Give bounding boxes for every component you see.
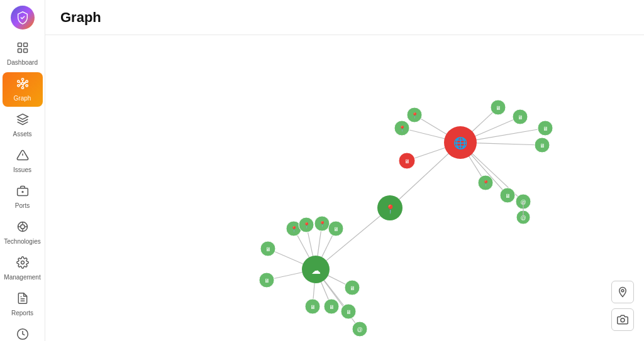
graph-svg: 🌐 📍 ☁ 📍 📍 🖥 🖥 🖥 🖥 🖥: [45, 35, 644, 341]
svg-line-54: [316, 208, 390, 269]
issues-icon: [16, 149, 29, 165]
svg-rect-0: [18, 43, 21, 47]
svg-text:🖥: 🖥: [310, 304, 316, 310]
svg-text:📍: 📍: [411, 112, 419, 119]
page-header: Graph: [45, 0, 644, 35]
svg-point-22: [20, 225, 25, 229]
ports-icon: [16, 185, 29, 200]
svg-point-6: [26, 80, 28, 82]
svg-text:🖥: 🖥: [329, 304, 335, 310]
camera-button[interactable]: [611, 308, 634, 331]
logo-icon: [11, 6, 35, 30]
sidebar-item-label-management: Management: [4, 274, 40, 281]
svg-point-10: [17, 85, 19, 87]
svg-text:🖥: 🖥: [543, 126, 548, 132]
svg-text:📍: 📍: [482, 180, 490, 187]
svg-text:☁: ☁: [311, 265, 321, 276]
sidebar-item-technologies[interactable]: Technologies: [0, 215, 45, 250]
sidebar-item-label-assets: Assets: [13, 131, 31, 138]
assets-icon: [16, 113, 29, 129]
svg-point-9: [17, 80, 19, 82]
app-logo: [0, 0, 45, 35]
sidebar-item-ports[interactable]: Ports: [0, 180, 45, 214]
sidebar-item-dashboard[interactable]: Dashboard: [0, 36, 45, 71]
svg-point-107: [621, 318, 625, 322]
sidebar: DashboardGraphAssetsIssuesPortsTechnolog…: [0, 0, 45, 341]
svg-text:🖥: 🖥: [346, 309, 352, 315]
svg-line-15: [19, 84, 21, 85]
sidebar-item-events[interactable]: Events: [0, 323, 45, 341]
svg-point-7: [26, 85, 28, 87]
page-title: Graph: [60, 9, 101, 26]
sidebar-item-label-technologies: Technologies: [4, 238, 40, 245]
graph-icon: [16, 77, 29, 93]
svg-text:🌐: 🌐: [453, 136, 468, 150]
svg-text:🖥: 🖥: [496, 105, 501, 111]
svg-text:🖥: 🖥: [350, 285, 355, 291]
svg-text:🖥: 🖥: [505, 193, 511, 199]
sidebar-item-label-ports: Ports: [15, 202, 30, 209]
sidebar-item-issues[interactable]: Issues: [0, 144, 45, 178]
sidebar-item-label-issues: Issues: [13, 166, 31, 173]
technologies-icon: [16, 220, 29, 236]
sidebar-item-reports[interactable]: Reports: [0, 287, 45, 322]
sidebar-item-graph[interactable]: Graph: [3, 72, 43, 107]
sidebar-item-label-graph: Graph: [14, 95, 31, 102]
svg-text:📍: 📍: [385, 204, 396, 215]
svg-text:🖥: 🖥: [540, 143, 545, 149]
sidebar-item-management[interactable]: Management: [0, 251, 45, 286]
dashboard-icon: [16, 41, 29, 57]
sidebar-item-label-reports: Reports: [11, 310, 33, 317]
svg-text:🖥: 🖥: [264, 278, 270, 284]
sidebar-item-assets[interactable]: Assets: [0, 108, 45, 143]
management-icon: [16, 256, 29, 272]
svg-text:📍: 📍: [319, 220, 326, 228]
svg-text:🖥: 🖥: [333, 226, 339, 232]
graph-canvas[interactable]: 🌐 📍 ☁ 📍 📍 🖥 🖥 🖥 🖥 🖥: [45, 35, 644, 341]
svg-text:📍: 📍: [291, 225, 298, 233]
svg-rect-1: [23, 43, 27, 47]
svg-text:@: @: [357, 327, 362, 333]
svg-point-28: [21, 261, 24, 264]
events-icon: [16, 328, 29, 341]
svg-point-5: [21, 78, 23, 80]
svg-text:🖥: 🖥: [518, 114, 523, 121]
sidebar-item-label-dashboard: Dashboard: [7, 59, 38, 66]
reports-icon: [16, 292, 29, 308]
svg-text:🖥: 🖥: [404, 158, 410, 165]
svg-rect-3: [23, 49, 27, 53]
pin-button[interactable]: [611, 281, 634, 303]
graph-controls: [611, 281, 634, 331]
svg-point-8: [21, 87, 23, 89]
main-content: Graph: [45, 0, 644, 341]
svg-rect-2: [18, 49, 21, 53]
svg-point-106: [621, 290, 624, 292]
svg-text:📍: 📍: [399, 125, 406, 133]
svg-text:📍: 📍: [303, 222, 311, 229]
svg-text:🖥: 🖥: [265, 246, 271, 252]
